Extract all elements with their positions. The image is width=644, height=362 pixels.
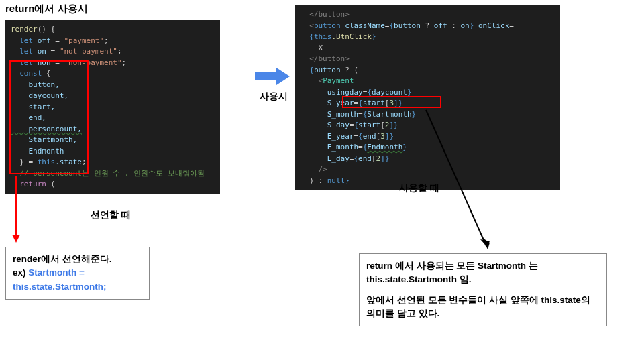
page-title: return에서 사용시 [5, 3, 88, 15]
svg-marker-0 [255, 68, 290, 85]
svg-marker-4 [480, 239, 490, 246]
label-use-when: 사용할 때 [399, 182, 439, 194]
note-declare-heading: render에서 선언해준다. [13, 253, 142, 266]
note-usage-line2: 앞에서 선언된 모든 변수들이 사실 앞쪽에 this.state의 의미를 담… [366, 294, 600, 321]
label-declare: 선언할 때 [91, 209, 131, 221]
note-usage: return 에서 사용되는 모든 Startmonth 는 this.stat… [359, 253, 607, 326]
note-declare: render에서 선언해준다. ex) Startmonth = this.st… [5, 247, 150, 300]
arrow-down-icon [11, 176, 21, 243]
code-block-declare: render() { let off = "payment"; let on =… [5, 20, 220, 194]
code-block-usage: </button> <button className={button ? of… [295, 5, 560, 190]
note-declare-example: ex) Startmonth = this.state.Startmonth; [13, 266, 142, 294]
svg-marker-2 [12, 235, 20, 243]
arrow-right-icon [254, 66, 291, 87]
label-use-arrow: 사용시 [260, 90, 288, 103]
svg-marker-5 [482, 237, 490, 249]
note-usage-line1: return 에서 사용되는 모든 Startmonth 는 this.stat… [366, 259, 600, 287]
